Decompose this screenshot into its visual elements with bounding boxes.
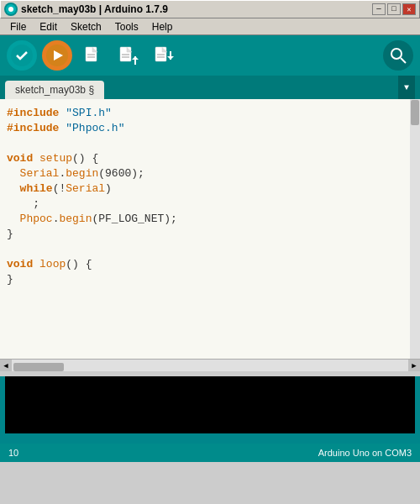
menu-help[interactable]: Help	[145, 19, 180, 34]
search-icon	[390, 47, 407, 64]
code-line: void setup() {	[7, 151, 417, 166]
code-line: while(!Serial)	[7, 181, 417, 197]
hscroll-thumb[interactable]	[13, 363, 64, 371]
new-icon	[81, 45, 103, 66]
window-controls: ─ □ ✕	[372, 3, 416, 15]
code-line	[7, 287, 417, 302]
tab-dropdown-arrow[interactable]: ▼	[398, 76, 415, 99]
code-line	[7, 242, 417, 257]
scroll-right-arrow[interactable]: ▶	[408, 360, 420, 371]
code-line: }	[7, 272, 417, 287]
horizontal-scrollbar[interactable]: ◀ ▶	[0, 360, 420, 371]
sketch-tab[interactable]: sketch_may03b §	[5, 81, 104, 99]
search-button[interactable]	[383, 40, 413, 71]
vertical-scrollbar[interactable]	[410, 99, 420, 359]
title-bar: sketch_may03b | Arduino 1.7.9 ─ □ ✕	[0, 0, 420, 18]
status-bar: 10 Arduino Uno on COM3	[0, 444, 420, 462]
serial-monitor-output[interactable]	[5, 376, 415, 433]
minimize-button[interactable]: ─	[372, 3, 386, 15]
code-line	[7, 318, 417, 333]
svg-point-1	[8, 7, 13, 12]
upload-button[interactable]	[42, 40, 72, 71]
code-line: }	[7, 227, 417, 242]
code-line: void loop() {	[7, 257, 417, 272]
svg-point-18	[391, 49, 402, 59]
scrollbar-thumb[interactable]	[411, 100, 419, 125]
toolbar	[0, 35, 420, 76]
code-editor[interactable]: #include "SPI.h" #include "Phpoc.h" void…	[0, 99, 420, 360]
line-number: 10	[8, 448, 18, 458]
menu-file[interactable]: File	[3, 19, 33, 34]
code-line: Phpoc.begin(PF_LOG_NET);	[7, 212, 417, 227]
svg-line-19	[401, 58, 406, 63]
hscroll-track[interactable]	[12, 361, 408, 370]
menu-edit[interactable]: Edit	[33, 19, 64, 34]
code-line: Serial.begin(9600);	[7, 166, 417, 181]
upload-icon	[45, 44, 69, 67]
save-icon	[152, 45, 174, 66]
new-button[interactable]	[77, 40, 108, 71]
verify-icon	[10, 44, 34, 67]
code-line	[7, 302, 417, 318]
svg-point-2	[11, 45, 33, 66]
save-button[interactable]	[148, 40, 178, 71]
code-line: #include "Phpoc.h"	[7, 121, 417, 136]
menu-sketch[interactable]: Sketch	[64, 19, 108, 34]
serial-monitor-area	[0, 376, 420, 444]
code-line	[7, 136, 417, 151]
code-scroll[interactable]: #include "SPI.h" #include "Phpoc.h" void…	[0, 99, 420, 359]
code-line	[7, 333, 417, 348]
board-info: Arduino Uno on COM3	[318, 448, 412, 458]
code-line: #include "SPI.h"	[7, 106, 417, 121]
close-button[interactable]: ✕	[402, 3, 416, 15]
app-icon	[4, 3, 18, 16]
window-title: sketch_may03b | Arduino 1.7.9	[21, 3, 168, 15]
scroll-left-arrow[interactable]: ◀	[0, 360, 12, 371]
open-icon	[117, 45, 139, 66]
maximize-button[interactable]: □	[387, 3, 401, 15]
code-line: ;	[7, 197, 417, 212]
menu-bar: File Edit Sketch Tools Help	[0, 18, 420, 35]
menu-tools[interactable]: Tools	[108, 19, 145, 34]
verify-button[interactable]	[7, 40, 37, 71]
tab-bar: sketch_may03b § ▼	[0, 76, 420, 99]
open-button[interactable]	[113, 40, 143, 71]
title-bar-left: sketch_may03b | Arduino 1.7.9	[4, 3, 168, 16]
